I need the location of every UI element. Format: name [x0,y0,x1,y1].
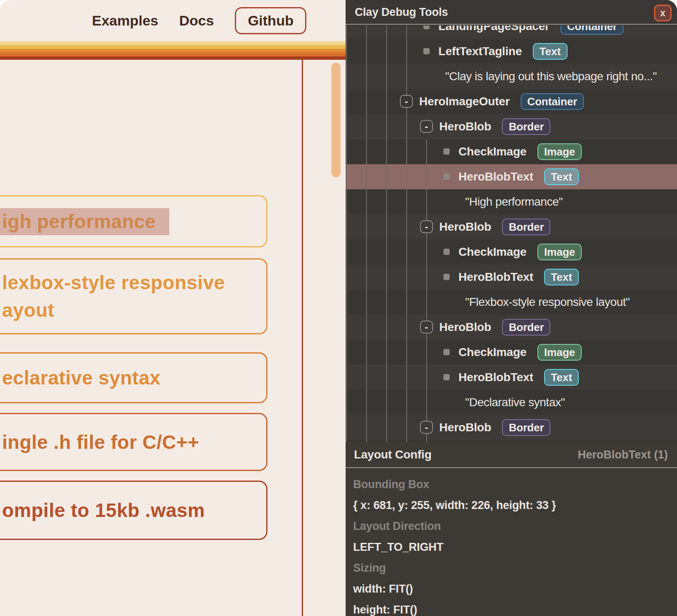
element-type-badge: Border [502,419,550,436]
tree-node-HeroBlobText[interactable]: HeroBlobTextText [346,164,677,189]
debug-panel-header: Clay Debug Tools x [346,0,677,25]
layout-config-body: Bounding Box{ x: 681, y: 255, width: 226… [346,468,677,616]
element-type-badge: Text [544,168,579,185]
tree-string-row: "Declarative syntax" [346,390,677,415]
tree-node-LeftTextTagline[interactable]: LeftTextTaglineText [346,39,677,64]
layout-config-section: Layout Config HeroBlobText (1) Bounding … [346,442,677,616]
tree-node-HeroBlob[interactable]: -HeroBlobBorder [346,214,677,239]
debug-panel-title: Clay Debug Tools [355,0,448,25]
tree-node-label: CheckImage [458,346,527,359]
feature-card-text: ompile to 15kb .wasm [2,496,266,524]
tree-node-HeroBlob[interactable]: -HeroBlobBorder [346,114,677,139]
collapse-toggle-icon[interactable]: - [420,421,433,434]
tree-node-label: HeroBlobText [458,170,533,183]
nav-examples-link[interactable]: Examples [92,13,158,29]
config-property-label: Sizing [353,557,677,578]
leaf-bullet-icon [423,48,430,54]
feature-card-single-header: ingle .h file for C/C++ [0,413,267,471]
tree-string-value: "Flexbox-style responsive layout" [465,295,630,309]
leaf-bullet-icon [443,374,450,380]
element-type-badge: Border [502,118,550,135]
layout-config-title: Layout Config [354,448,432,461]
element-type-badge: Text [544,269,579,285]
feature-card-declarative: eclarative syntax [0,352,267,403]
feature-card-wasm: ompile to 15kb .wasm [0,481,267,540]
element-tree: LandingPageSpacerContainerLeftTextTaglin… [346,25,677,442]
feature-card-flexbox: lexbox-style responsive ayout [0,258,267,334]
config-property-value: height: FIT() [353,599,677,616]
config-property-value: width: FIT() [353,578,677,599]
tree-node-HeroBlob[interactable]: -HeroBlobBorder [346,415,677,440]
feature-card-text: ayout [2,296,266,324]
feature-card-text: lexbox-style responsive [2,269,266,296]
config-property-label: Layout Direction [353,516,677,537]
tree-string-value: "High performance" [465,195,562,209]
leaf-bullet-icon [443,249,450,255]
tree-node-label: HeroBlob [439,421,491,434]
clay-debug-panel: Clay Debug Tools x LandingPageSpacerCont… [346,0,677,616]
tree-node-label: LandingPageSpacer [438,25,550,33]
tree-node-label: HeroBlob [439,321,491,334]
tree-string-value: "Clay is laying out this webpage right n… [445,70,657,83]
element-type-badge: Container [560,25,624,35]
element-type-badge: Text [544,369,579,386]
clay-webpage: Examples Docs Github igh performance lex… [0,0,346,616]
github-button[interactable]: Github [235,7,307,34]
tree-string-row: "Flexbox-style responsive layout" [346,290,677,315]
close-icon[interactable]: x [654,5,672,21]
collapse-toggle-icon[interactable]: - [400,95,413,108]
page-column-divider [302,60,303,616]
element-type-badge: Border [502,319,550,336]
tree-node-HeroBlobText[interactable]: HeroBlobTextText [346,265,677,290]
app-window: Examples Docs Github igh performance lex… [0,0,677,616]
decorative-stripes [0,41,346,60]
layout-config-header: Layout Config HeroBlobText (1) [346,442,677,468]
nav-docs-link[interactable]: Docs [179,13,214,29]
config-property-value: LEFT_TO_RIGHT [353,537,677,557]
config-property-label: Bounding Box [353,474,677,495]
selected-element-ref: HeroBlobText (1) [578,448,668,461]
tree-node-label: HeroBlob [439,120,491,133]
element-type-badge: Container [521,93,584,110]
collapse-toggle-icon[interactable]: - [420,220,433,233]
config-property-value: { x: 681, y: 255, width: 226, height: 33… [353,495,677,516]
leaf-bullet-icon [423,25,430,29]
feature-card-text: eclarative syntax [2,364,266,392]
leaf-bullet-icon [443,349,450,355]
tree-node-label: LeftTextTagline [438,45,522,58]
page-scrollbar[interactable] [331,63,341,177]
tree-node-label: CheckImage [458,145,527,158]
element-type-badge: Text [533,43,568,60]
stripe [0,45,346,49]
tree-string-value: "Declarative syntax" [465,396,565,409]
leaf-bullet-icon [443,148,450,155]
tree-node-label: HeroImageOuter [419,95,510,108]
tree-node-label: CheckImage [458,245,527,259]
element-type-badge: Image [537,344,582,361]
tree-string-row: "High performance" [346,189,677,214]
tree-node-LandingPageSpacer[interactable]: LandingPageSpacerContainer [346,25,677,39]
tree-node-HeroBlob[interactable]: -HeroBlobBorder [346,315,677,340]
tree-node-label: HeroBlob [439,220,491,234]
stripe [0,53,346,56]
tree-node-HeroBlobText[interactable]: HeroBlobTextText [346,365,677,390]
tree-node-HeroImageOuter[interactable]: -HeroImageOuterContainer [346,89,677,114]
collapse-toggle-icon[interactable]: - [420,321,433,333]
tree-node-label: HeroBlobText [458,270,533,284]
collapse-toggle-icon[interactable]: - [420,120,433,133]
element-type-badge: Image [537,143,582,160]
tree-string-row: "Clay is laying out this webpage right n… [346,64,677,89]
feature-card-text: ingle .h file for C/C++ [2,428,266,456]
tree-node-CheckImage[interactable]: CheckImageImage [346,139,677,164]
leaf-bullet-icon [443,173,450,180]
top-nav: Examples Docs Github [0,0,346,41]
stripe [0,49,346,53]
tree-node-CheckImage[interactable]: CheckImageImage [346,340,677,365]
stripe [0,56,346,60]
debug-selection-highlight [0,208,169,235]
leaf-bullet-icon [443,274,450,280]
tree-node-label: HeroBlobText [458,371,533,384]
element-type-badge: Image [537,244,582,260]
tree-node-CheckImage[interactable]: CheckImageImage [346,239,677,265]
element-type-badge: Border [502,219,550,235]
